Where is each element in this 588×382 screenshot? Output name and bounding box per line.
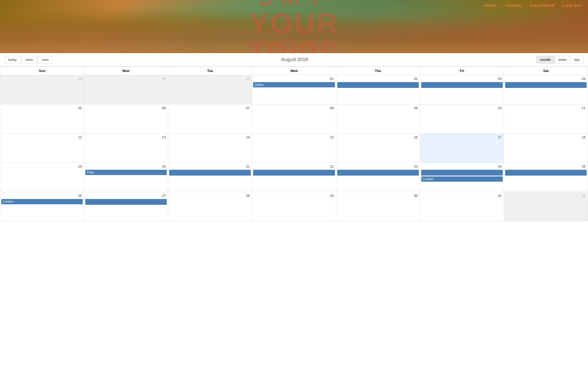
col-header-sat: Sat: [504, 67, 588, 75]
calendar-cell[interactable]: 08: [252, 104, 336, 134]
event-bar[interactable]: Paris: [85, 170, 167, 175]
event-continuation: [505, 82, 587, 88]
calendar-cell[interactable]: 20Paris: [84, 163, 168, 192]
event-bar[interactable]: Dallas: [253, 82, 335, 87]
calendar-cell[interactable]: 03: [420, 75, 504, 104]
calendar-cell[interactable]: 14: [168, 134, 252, 163]
view-day-button[interactable]: day: [570, 56, 584, 63]
col-header-wed: Wed: [252, 67, 336, 75]
calendar-cell[interactable]: 01: [504, 192, 588, 221]
calendar-controls: today back next August 2018 monthweekday: [0, 53, 588, 66]
view-week-button[interactable]: week: [555, 56, 570, 63]
hero-line3: TRIPS: [248, 38, 340, 53]
calendar-cell[interactable]: 31: [420, 192, 504, 221]
calendar-grid: SunMonTueWedThuFriSat 29303101Dallas0203…: [0, 66, 588, 221]
calendar-cell[interactable]: 07: [168, 104, 252, 134]
week-row-2: 12131415161718: [0, 134, 588, 163]
event-continuation: [337, 170, 419, 176]
calendar-cell[interactable]: 01Dallas: [252, 75, 336, 104]
calendar-cell[interactable]: 25: [504, 163, 588, 192]
nav-buttons: today back next: [4, 56, 53, 63]
nav-item-travel[interactable]: TRAVEL: [505, 3, 522, 8]
event-continuation: [337, 82, 419, 88]
calendar-cell[interactable]: 09: [336, 104, 420, 134]
calendar-cell[interactable]: 19: [0, 163, 84, 192]
header: SMT YOUR TRIPS HOMETRAVELCALENDARLOG OUT: [0, 0, 588, 53]
col-header-sun: Sun: [0, 67, 84, 75]
next-button[interactable]: next: [38, 56, 53, 63]
calendar-cell[interactable]: 15: [252, 134, 336, 163]
col-header-thu: Thu: [336, 67, 420, 75]
col-header-tue: Tue: [168, 67, 252, 75]
calendar-cell[interactable]: 31: [168, 75, 252, 104]
event-continuation: [421, 170, 503, 176]
event-continuation: [253, 170, 335, 176]
main-nav: HOMETRAVELCALENDARLOG OUT: [484, 3, 583, 8]
back-button[interactable]: back: [22, 56, 37, 63]
hero-line2: YOUR: [249, 9, 339, 38]
calendar-cell[interactable]: 26London: [0, 192, 84, 221]
calendar-cell[interactable]: 16: [336, 134, 420, 163]
nav-item-home[interactable]: HOME: [484, 3, 497, 8]
calendar-cell[interactable]: 23: [336, 163, 420, 192]
nav-item-calendar[interactable]: CALENDAR: [530, 3, 555, 8]
event-continuation: [421, 82, 503, 88]
col-header-fri: Fri: [420, 67, 504, 75]
calendar-title: August 2018: [53, 57, 536, 62]
event-bar[interactable]: London: [1, 199, 83, 204]
view-buttons: monthweekday: [536, 56, 584, 63]
calendar-cell[interactable]: 10: [420, 104, 504, 134]
calendar-cell[interactable]: 11: [504, 104, 588, 134]
calendar-cell[interactable]: 29: [0, 75, 84, 104]
week-row-0: 29303101Dallas020304: [0, 75, 588, 104]
calendar-cell[interactable]: 06: [84, 104, 168, 134]
event-continuation: [85, 199, 167, 205]
event-bar[interactable]: London: [421, 176, 503, 182]
calendar-cell[interactable]: 30: [84, 75, 168, 104]
calendar-cell[interactable]: 21: [168, 163, 252, 192]
calendar-cell[interactable]: 13: [84, 134, 168, 163]
calendar-cell[interactable]: 29: [252, 192, 336, 221]
week-row-3: 1920Paris21222324London25: [0, 163, 588, 192]
calendar-cell[interactable]: 28: [168, 192, 252, 221]
view-month-button[interactable]: month: [536, 56, 555, 63]
nav-item-logout[interactable]: LOG OUT: [563, 3, 583, 8]
today-button[interactable]: today: [4, 56, 21, 63]
week-row-4: 26London272829303101: [0, 192, 588, 221]
col-header-mon: Mon: [84, 67, 168, 75]
calendar-cell[interactable]: 18: [504, 134, 588, 163]
week-row-1: 05060708091011: [0, 104, 588, 134]
calendar-cell[interactable]: 22: [252, 163, 336, 192]
calendar-cell[interactable]: 05: [0, 104, 84, 134]
calendar-cell[interactable]: 02: [336, 75, 420, 104]
event-continuation: [505, 170, 587, 176]
hero-text: SMT YOUR TRIPS: [0, 0, 588, 53]
calendar-cell[interactable]: 24London: [420, 163, 504, 192]
calendar-cell[interactable]: 17: [420, 134, 504, 163]
calendar-cell[interactable]: 12: [0, 134, 84, 163]
calendar-cell[interactable]: 27: [84, 192, 168, 221]
event-continuation: [169, 170, 251, 176]
calendar-cell[interactable]: 30: [336, 192, 420, 221]
calendar-cell[interactable]: 04: [504, 75, 588, 104]
